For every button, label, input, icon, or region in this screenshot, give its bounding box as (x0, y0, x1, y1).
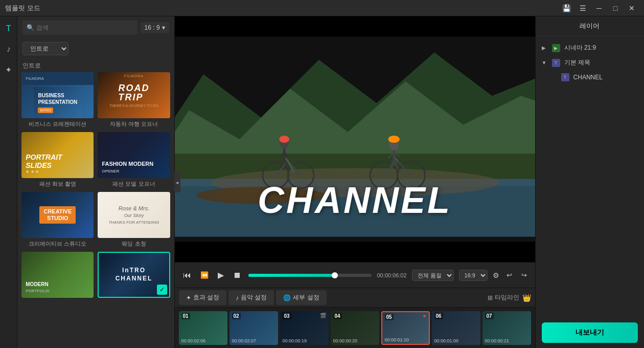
save-title-btn[interactable]: 💾 (559, 3, 573, 14)
template-thumb-portrait: PORTRAITSLIDES ★ ★ ★ (21, 132, 94, 178)
clip-item-1[interactable]: 01 00:00:02:06 (179, 311, 227, 345)
template-label-portrait: 패션 화보 촬영 (21, 180, 94, 190)
svg-point-20 (279, 136, 289, 143)
progress-fill (248, 274, 335, 277)
list-title-btn[interactable]: ☰ (576, 3, 590, 14)
clip-item-7[interactable]: 07 00:00:00:21 (482, 311, 531, 345)
app-title: 템플릿 모드 (5, 4, 40, 13)
ratio-select2[interactable]: 16:9 9:16 1:1 (459, 270, 488, 281)
effect-icon: ✦ (186, 294, 191, 301)
progress-bar[interactable] (248, 274, 372, 277)
settings-btn[interactable]: ⚙ (493, 271, 499, 279)
template-label-business: 비즈니스 프레젠테이션 (21, 120, 94, 130)
export-area: 내보내기 (536, 317, 644, 348)
template-row-4: MODERNPORTFOLIO InTROCHANNEL ✓ (21, 252, 170, 302)
template-row-3: CREATIVESTUDIO 크리에이티브 스튜디오 Rose & Mrs. O… (21, 192, 170, 250)
title-bar-left: 템플릿 모드 (5, 4, 40, 13)
time-display: 00:00:06:02 (377, 272, 406, 278)
search-input-wrap[interactable]: 🔍 (22, 20, 137, 35)
export-btn[interactable]: 내보내기 (542, 322, 638, 343)
clip-time-4: 00:00:00:20 (333, 338, 358, 343)
effect-tab[interactable]: ✦ 효과 설정 (179, 290, 226, 305)
maximize-btn[interactable]: □ (608, 3, 623, 14)
template-thumb-roadtrip: FILMORA ROADTRIP THERE'S A JOURNEY TO GO (98, 72, 170, 118)
template-thumb-modern: MODERNPORTFOLIO (21, 252, 94, 298)
timeline-controls: ⏮ ⏪ ▶ ⏹ 00:00:06:02 전체 품질 높음 낮음 16:9 9:1… (175, 262, 535, 288)
play-btn[interactable]: ▶ (216, 268, 226, 282)
expand-cinema-icon: ▶ (542, 45, 548, 51)
clip-time-3: 00:00:00:19 (283, 338, 307, 343)
template-label-modern (21, 300, 94, 302)
template-label-creative: 크리에이티브 스튜디오 (21, 240, 94, 250)
redo-btn[interactable]: ↪ (519, 269, 529, 281)
filmstrip[interactable]: 01 00:00:02:06 02 00:00:02:07 03 🎬 00:00… (175, 307, 535, 348)
globe-icon: 🌐 (283, 294, 291, 301)
clip-number-4: 04 (333, 313, 342, 319)
main-layout: T ♪ ✦ 🔍 16 : 9 ▾ 인트로 아웃트로 타이틀 (0, 16, 644, 348)
layer-icon-channel: T (561, 73, 569, 81)
template-thumb-fashion: FASHION MODERNOPENER (98, 132, 170, 178)
rewind-btn[interactable]: ⏮ (181, 269, 193, 282)
layer-label-channel: CHANNEL (573, 74, 603, 81)
template-label-roadtrip: 자동차 여행 오프너 (98, 120, 170, 130)
layer-label-title-group: 기본 제목 (564, 58, 590, 67)
template-item-business[interactable]: FILMORA BUSINESSPRESENTATION INTRO 비즈니스 … (21, 72, 94, 130)
svg-point-32 (388, 136, 400, 143)
template-item-modern[interactable]: MODERNPORTFOLIO (21, 252, 94, 302)
step-back-btn[interactable]: ⏪ (198, 269, 211, 281)
quality-select[interactable]: 전체 품질 높음 낮음 (412, 270, 454, 281)
category-row: 인트로 아웃트로 타이틀 (17, 39, 174, 58)
clip-number-5: 05 (385, 314, 394, 320)
clip-number-2: 02 (232, 313, 241, 319)
layer-label-cinema: 시네마 21:9 (564, 44, 596, 52)
clip-item-2[interactable]: 02 00:00:02:07 (229, 311, 278, 345)
clip-number-6: 06 (434, 313, 443, 319)
minimize-btn[interactable]: ─ (592, 3, 606, 14)
template-item-creative[interactable]: CREATIVESTUDIO 크리에이티브 스튜디오 (21, 192, 94, 250)
template-thumb-intro: InTROCHANNEL ✓ (98, 252, 170, 298)
template-thumb-creative: CREATIVESTUDIO (21, 192, 94, 238)
timeline-label: ⊞ 타임라인 (488, 293, 519, 302)
layer-item-title-group[interactable]: ▼ T 기본 제목 (536, 55, 644, 70)
tab-bar: ✦ 효과 설정 ♪ 음악 설정 🌐 세부 설정 ⊞ 타임라인 👑 (175, 288, 535, 307)
close-btn[interactable]: ✕ (625, 3, 639, 14)
detail-tab[interactable]: 🌐 세부 설정 (276, 290, 326, 305)
expand-title-icon: ▼ (542, 60, 548, 66)
template-item-wedding[interactable]: Rose & Mrs. Our Story THANKS FOR ATTENDI… (98, 192, 170, 250)
template-item-portrait[interactable]: PORTRAITSLIDES ★ ★ ★ 패션 화보 촬영 (21, 132, 94, 190)
ratio-label: 16 : 9 (145, 24, 160, 31)
category-select[interactable]: 인트로 아웃트로 타이틀 (22, 42, 68, 55)
clip-number-3: 03 (283, 313, 291, 319)
title-bar-controls: 💾 ☰ ─ □ ✕ (559, 3, 639, 14)
heart-icon: ♥ (423, 313, 426, 319)
template-item-fashion[interactable]: FASHION MODERNOPENER 패션 모델 오프너 (98, 132, 170, 190)
template-item-intro[interactable]: InTROCHANNEL ✓ (98, 252, 170, 302)
music-tool-btn[interactable]: ♪ (1, 41, 17, 57)
template-label-fashion: 패션 모델 오프너 (98, 180, 170, 190)
clip-item-3[interactable]: 03 🎬 00:00:00:19 (280, 311, 329, 345)
preview-scene-svg (175, 16, 535, 262)
clip-time-5: 00:00:01:10 (385, 337, 409, 342)
ratio-selector[interactable]: 16 : 9 ▾ (141, 22, 169, 33)
sticker-tool-btn[interactable]: ✦ (1, 61, 17, 78)
panel-collapse-btn[interactable]: ◂ (174, 172, 180, 192)
text-tool-btn[interactable]: T (1, 20, 17, 37)
clip-time-6: 00:00:01:00 (434, 338, 459, 343)
search-input[interactable] (36, 24, 133, 31)
title-bar: 템플릿 모드 💾 ☰ ─ □ ✕ (0, 0, 644, 16)
clip-item-4[interactable]: 04 00:00:00:20 (331, 311, 379, 345)
layer-item-channel[interactable]: ▶ T CHANNEL (536, 70, 644, 84)
stop-btn[interactable]: ⏹ (231, 269, 243, 282)
section-label: 인트로 (17, 58, 174, 72)
right-panel: 레이어 ▶ ▶ 시네마 21:9 ▼ T 기본 제목 ▶ T CHANNEL 내… (535, 16, 644, 348)
undo-btn[interactable]: ↩ (504, 269, 514, 281)
template-item-roadtrip[interactable]: FILMORA ROADTRIP THERE'S A JOURNEY TO GO… (98, 72, 170, 130)
layer-item-cinema[interactable]: ▶ ▶ 시네마 21:9 (536, 40, 644, 55)
preview-overlay-text: CHANNEL (258, 179, 452, 221)
clip-item-5[interactable]: 05 00:00:01:10 ♥ (381, 311, 430, 345)
search-icon: 🔍 (27, 24, 34, 31)
template-label-wedding: 웨딩 초청 (98, 240, 170, 250)
clip-item-6[interactable]: 06 00:00:01:00 (432, 311, 480, 345)
clip-icon-3: 🎬 (320, 313, 326, 318)
music-tab[interactable]: ♪ 음악 설정 (228, 290, 274, 305)
